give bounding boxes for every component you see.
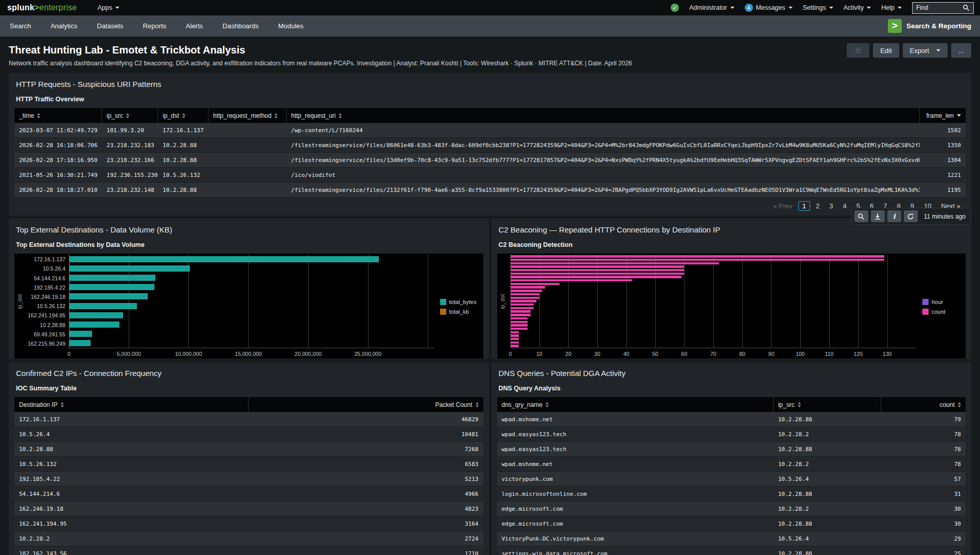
info-icon[interactable]: i bbox=[887, 210, 901, 222]
bar-count[interactable] bbox=[511, 290, 542, 292]
bar-count[interactable] bbox=[511, 307, 534, 309]
app-badge[interactable]: > Search & Reporting bbox=[888, 19, 971, 33]
favorite-button[interactable]: ☆ bbox=[847, 43, 869, 58]
table-row[interactable]: 10.2.28.887268 bbox=[14, 442, 483, 457]
messages-menu[interactable]: 4 Messages bbox=[745, 4, 793, 12]
table-row[interactable]: edge.microsoft.com10.2.28.230 bbox=[497, 502, 966, 516]
table-row[interactable]: 2026-02-28 17:18:16.95023.218.232.16610.… bbox=[14, 153, 966, 168]
table-row[interactable]: wpad.easyas123.tech10.2.28.278 bbox=[497, 427, 966, 442]
bar-total_bytes[interactable] bbox=[69, 275, 155, 281]
table-row[interactable]: 54.144.214.64966 bbox=[14, 487, 483, 502]
column-header-http_request_method[interactable]: http_request_method bbox=[208, 108, 287, 123]
table-row[interactable]: victorypunk.com10.5.26.457 bbox=[497, 472, 966, 487]
table-row[interactable]: 10.5.26.1326583 bbox=[14, 457, 483, 472]
bar-count[interactable] bbox=[511, 338, 519, 340]
nav-item-alerts[interactable]: Alerts bbox=[176, 15, 213, 37]
bar-count[interactable] bbox=[511, 328, 528, 330]
bar-total_kb[interactable] bbox=[69, 284, 69, 290]
bar-count[interactable] bbox=[511, 324, 528, 326]
table-row[interactable]: 162.246.19.184823 bbox=[14, 502, 483, 516]
table-row[interactable]: login.microsoftonline.com10.2.28.8831 bbox=[497, 487, 966, 502]
table-row[interactable]: 2021-05-26 16:30:21.749192.236.155.23010… bbox=[14, 168, 966, 183]
column-header-count[interactable]: count bbox=[881, 397, 966, 412]
table-row[interactable]: VictoryPunk-DC.victorypunk.com10.5.26.42… bbox=[497, 531, 966, 546]
bar-count[interactable] bbox=[511, 259, 885, 261]
legend-item-total_kb[interactable]: total_kb bbox=[440, 309, 482, 315]
table-row[interactable]: wpad.easyas123.tech10.2.28.8878 bbox=[497, 442, 966, 457]
nav-item-analytics[interactable]: Analytics bbox=[41, 15, 87, 37]
table-row[interactable]: 10.2.28.22724 bbox=[14, 531, 483, 546]
legend-item-count[interactable]: count bbox=[922, 309, 965, 315]
bar-count[interactable] bbox=[511, 297, 539, 299]
bar-count[interactable] bbox=[511, 283, 560, 285]
column-header-destination-ip[interactable]: Destination IP bbox=[14, 397, 249, 412]
column-header-packet-count[interactable]: Packet Count bbox=[249, 397, 483, 412]
user-menu[interactable]: Administrator bbox=[689, 4, 734, 11]
download-icon[interactable] bbox=[871, 210, 885, 222]
bar-total_bytes[interactable] bbox=[69, 293, 148, 299]
bar-count[interactable] bbox=[511, 276, 681, 278]
table-row[interactable]: 2026-02-28 16:18:06.70623.218.232.18310.… bbox=[14, 138, 966, 153]
column-header-frame_len[interactable]: frame_len bbox=[920, 108, 966, 123]
bar-count[interactable] bbox=[511, 300, 537, 302]
nav-item-datasets[interactable]: Datasets bbox=[87, 15, 133, 37]
bar-total_bytes[interactable] bbox=[69, 256, 379, 262]
bar-total_bytes[interactable] bbox=[69, 303, 137, 309]
bar-count[interactable] bbox=[511, 317, 528, 319]
bar-total_kb[interactable] bbox=[69, 275, 69, 281]
refresh-icon[interactable] bbox=[904, 210, 918, 222]
nav-item-modules[interactable]: Modules bbox=[268, 15, 313, 37]
pagination-page-4[interactable]: 4 bbox=[839, 201, 851, 211]
bar-total_kb[interactable] bbox=[69, 331, 69, 337]
settings-menu[interactable]: Settings bbox=[803, 4, 833, 11]
bar-total_bytes[interactable] bbox=[69, 321, 119, 328]
bar-count[interactable] bbox=[511, 331, 519, 333]
bar-count[interactable] bbox=[511, 310, 531, 312]
more-actions-button[interactable]: ... bbox=[951, 43, 971, 58]
bar-count[interactable] bbox=[511, 286, 546, 288]
column-header-ip_dst[interactable]: ip_dst bbox=[158, 108, 208, 123]
bar-count[interactable] bbox=[511, 262, 720, 264]
bar-count[interactable] bbox=[511, 293, 539, 295]
pagination-page-2[interactable]: 2 bbox=[812, 201, 824, 211]
legend-item-hour[interactable]: hour bbox=[922, 299, 965, 305]
bar-total_kb[interactable] bbox=[69, 293, 69, 299]
bar-count[interactable] bbox=[511, 314, 531, 316]
edit-button[interactable]: Edit bbox=[873, 43, 899, 58]
bar-total_kb[interactable] bbox=[69, 303, 69, 309]
export-button[interactable]: Export bbox=[903, 43, 948, 58]
bar-count[interactable] bbox=[511, 269, 685, 271]
table-row[interactable]: 2023-03-07 11:02:49.729101.99.3.20172.16… bbox=[14, 123, 966, 138]
nav-item-reports[interactable]: Reports bbox=[133, 15, 177, 37]
help-menu[interactable]: Help bbox=[881, 4, 902, 11]
activity-menu[interactable]: Activity bbox=[844, 4, 871, 11]
table-row[interactable]: edge.microsoft.com10.2.28.8830 bbox=[497, 516, 966, 531]
table-row[interactable]: 192.185.4.225213 bbox=[14, 472, 483, 487]
bar-total_kb[interactable] bbox=[69, 256, 69, 262]
column-header-dns_qry_name[interactable]: dns_qry_name bbox=[497, 397, 774, 412]
bar-total_bytes[interactable] bbox=[69, 265, 190, 272]
health-check-icon[interactable]: ✓ bbox=[671, 4, 679, 12]
column-header-_time[interactable]: _time bbox=[14, 108, 102, 123]
table-row[interactable]: 10.5.26.410481 bbox=[14, 427, 483, 442]
apps-menu[interactable]: Apps bbox=[97, 4, 119, 11]
table-row[interactable]: 2026-02-28 18:18:27.01023.218.232.14810.… bbox=[14, 183, 966, 198]
splunk-logo[interactable]: splunk>enterprise bbox=[7, 3, 77, 12]
bar-total_bytes[interactable] bbox=[69, 312, 123, 318]
bar-count[interactable] bbox=[511, 273, 685, 275]
column-header-ip_src[interactable]: ip_src bbox=[102, 108, 158, 123]
bar-count[interactable] bbox=[511, 255, 885, 257]
pagination-page-1[interactable]: 1 bbox=[798, 201, 810, 211]
bar-count[interactable] bbox=[511, 265, 685, 267]
bar-count[interactable] bbox=[511, 321, 528, 323]
legend-item-total_bytes[interactable]: total_bytes bbox=[440, 299, 482, 305]
column-header-ip_src[interactable]: ip_src bbox=[774, 397, 881, 412]
bar-total_bytes[interactable] bbox=[69, 284, 154, 290]
bar-count[interactable] bbox=[511, 342, 519, 344]
bar-count[interactable] bbox=[511, 303, 534, 306]
table-row[interactable]: 162.241.194.953164 bbox=[14, 516, 483, 531]
bar-count[interactable] bbox=[511, 279, 633, 281]
table-row[interactable]: settings-win.data.microsoft.com10.2.28.8… bbox=[497, 546, 966, 555]
table-row[interactable]: wpad.mshome.net10.2.28.8879 bbox=[497, 412, 966, 427]
pagination-page-3[interactable]: 3 bbox=[825, 201, 837, 211]
